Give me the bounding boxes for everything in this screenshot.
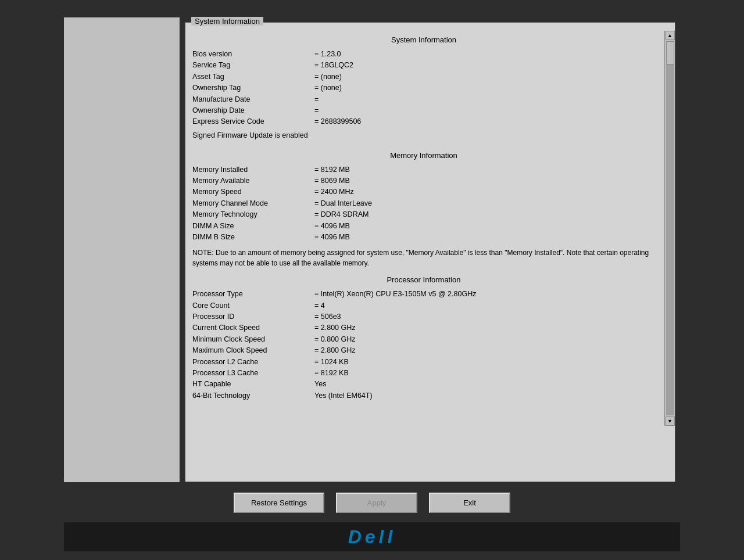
max-clock-value: = 2.800 GHz (314, 345, 655, 356)
apply-button[interactable]: Apply (336, 493, 417, 513)
processor-id-value: = 506e3 (314, 311, 655, 322)
info-row-memory-channel: Memory Channel Mode = Dual InterLeave (192, 198, 655, 209)
bios-info-table: Bios version = 1.23.0 Service Tag = 18GL… (192, 49, 655, 128)
info-row-l3-cache: Processor L3 Cache = 8192 KB (192, 368, 655, 379)
info-row-max-clock: Maximum Clock Speed = 2.800 GHz (192, 345, 655, 356)
info-row-processor-id: Processor ID = 506e3 (192, 311, 655, 322)
restore-settings-button[interactable]: Restore Settings (234, 493, 324, 513)
info-row-core-count: Core Count = 4 (192, 300, 655, 311)
l3-cache-value: = 8192 KB (314, 368, 655, 379)
info-row-ht-capable: HT Capable Yes (192, 379, 655, 390)
content-inner: System Information Bios version = 1.23.0… (192, 35, 668, 401)
info-row-express-service-code: Express Service Code = 2688399506 (192, 116, 655, 127)
memory-section-title: Memory Information (192, 151, 655, 160)
info-row-memory-available: Memory Available = 8069 MB (192, 175, 655, 186)
memory-available-label: Memory Available (192, 175, 314, 186)
info-row-min-clock: Minimum Clock Speed = 0.800 GHz (192, 334, 655, 345)
system-info-box: System Information System Information Bi… (185, 22, 675, 482)
l2-cache-label: Processor L2 Cache (192, 357, 314, 368)
scroll-thumb[interactable] (666, 41, 674, 64)
dimm-a-label: DIMM A Size (192, 221, 314, 232)
info-row-dimm-b: DIMM B Size = 4096 MB (192, 232, 655, 243)
current-clock-label: Current Clock Speed (192, 322, 314, 333)
dell-logo-area: Dell (64, 522, 680, 551)
min-clock-label: Minimum Clock Speed (192, 334, 314, 345)
sidebar (64, 17, 180, 482)
info-row-ownership-tag: Ownership Tag = (none) (192, 82, 655, 94)
asset-tag-value: = (none) (314, 71, 655, 82)
memory-note: NOTE: Due to an amount of memory being a… (192, 247, 655, 268)
scrollbar[interactable]: ▲ ▼ (664, 31, 675, 426)
divider-space (192, 145, 655, 151)
main-area: System Information System Information Bi… (180, 17, 680, 482)
info-row-memory-tech: Memory Technology = DDR4 SDRAM (192, 209, 655, 220)
exit-button[interactable]: Exit (429, 493, 510, 513)
processor-info-table: Processor Type = Intel(R) Xeon(R) CPU E3… (192, 289, 655, 401)
service-tag-label: Service Tag (192, 60, 314, 71)
memory-speed-value: = 2400 MHz (314, 186, 655, 198)
info-row-dimm-a: DIMM A Size = 4096 MB (192, 221, 655, 232)
asset-tag-label: Asset Tag (192, 71, 314, 82)
processor-id-label: Processor ID (192, 311, 314, 322)
express-service-code-label: Express Service Code (192, 116, 314, 127)
info-row-memory-speed: Memory Speed = 2400 MHz (192, 186, 655, 198)
64bit-value: Yes (Intel EM64T) (314, 390, 655, 401)
ownership-date-label: Ownership Date (192, 105, 314, 116)
bios-version-value: = 1.23.0 (314, 49, 655, 60)
info-row-l2-cache: Processor L2 Cache = 1024 KB (192, 357, 655, 368)
memory-installed-value: = 8192 MB (314, 164, 655, 175)
info-row-asset-tag: Asset Tag = (none) (192, 71, 655, 82)
manufacture-date-value: = (314, 94, 655, 105)
info-row-manufacture-date: Manufacture Date = (192, 94, 655, 105)
screen-background: System Information System Information Bi… (0, 0, 744, 560)
ownership-date-value: = (314, 105, 655, 116)
dimm-b-label: DIMM B Size (192, 232, 314, 243)
processor-type-label: Processor Type (192, 289, 314, 300)
memory-channel-value: = Dual InterLeave (314, 198, 655, 209)
memory-tech-label: Memory Technology (192, 209, 314, 220)
scroll-track (666, 41, 674, 415)
scroll-up-button[interactable]: ▲ (666, 31, 675, 40)
min-clock-value: = 0.800 GHz (314, 334, 655, 345)
ownership-tag-label: Ownership Tag (192, 82, 314, 94)
ht-capable-value: Yes (314, 379, 655, 390)
scrollable-content: System Information Bios version = 1.23.0… (185, 31, 675, 426)
processor-type-value: = Intel(R) Xeon(R) CPU E3-1505M v5 @ 2.8… (314, 289, 655, 300)
memory-speed-label: Memory Speed (192, 186, 314, 198)
l3-cache-label: Processor L3 Cache (192, 368, 314, 379)
core-count-label: Core Count (192, 300, 314, 311)
bios-version-label: Bios version (192, 49, 314, 60)
system-section-title: System Information (192, 35, 655, 44)
l2-cache-value: = 1024 KB (314, 357, 655, 368)
info-row-processor-type: Processor Type = Intel(R) Xeon(R) CPU E3… (192, 289, 655, 300)
memory-available-value: = 8069 MB (314, 175, 655, 186)
dimm-b-value: = 4096 MB (314, 232, 655, 243)
memory-info-table: Memory Installed = 8192 MB Memory Availa… (192, 164, 655, 243)
info-row-service-tag: Service Tag = 18GLQC2 (192, 60, 655, 71)
memory-tech-value: = DDR4 SDRAM (314, 209, 655, 220)
max-clock-label: Maximum Clock Speed (192, 345, 314, 356)
dimm-a-value: = 4096 MB (314, 221, 655, 232)
service-tag-value: = 18GLQC2 (314, 60, 655, 71)
info-row-memory-installed: Memory Installed = 8192 MB (192, 164, 655, 175)
bottom-bar: Restore Settings Apply Exit (64, 482, 680, 522)
info-row-ownership-date: Ownership Date = (192, 105, 655, 116)
64bit-label: 64-Bit Technology (192, 390, 314, 401)
processor-section-title: Processor Information (192, 275, 655, 284)
firmware-text: Signed Firmware Update is enabled (192, 131, 655, 139)
info-row-current-clock: Current Clock Speed = 2.800 GHz (192, 322, 655, 333)
dell-logo: Dell (348, 526, 396, 548)
info-row-64bit: 64-Bit Technology Yes (Intel EM64T) (192, 390, 655, 401)
manufacture-date-label: Manufacture Date (192, 94, 314, 105)
current-clock-value: = 2.800 GHz (314, 322, 655, 333)
core-count-value: = 4 (314, 300, 655, 311)
memory-installed-label: Memory Installed (192, 164, 314, 175)
info-row-bios-version: Bios version = 1.23.0 (192, 49, 655, 60)
ht-capable-label: HT Capable (192, 379, 314, 390)
ownership-tag-value: = (none) (314, 82, 655, 94)
express-service-code-value: = 2688399506 (314, 116, 655, 127)
system-info-box-title: System Information (191, 17, 263, 26)
memory-channel-label: Memory Channel Mode (192, 198, 314, 209)
scroll-down-button[interactable]: ▼ (666, 417, 675, 426)
